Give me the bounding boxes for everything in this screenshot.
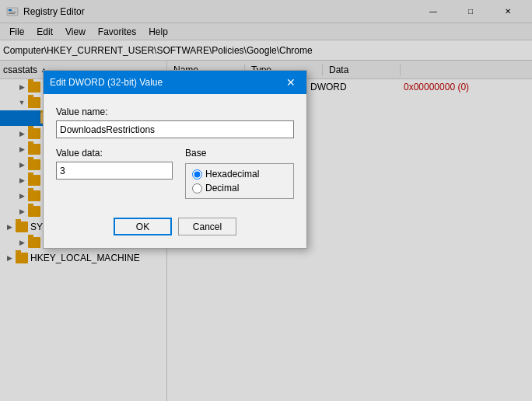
dialog-buttons: OK Cancel [56,211,294,235]
value-data-input[interactable] [56,162,173,180]
modal-overlay: Edit DWORD (32-bit) Value ✕ Value name: … [0,0,532,401]
base-title: Base [185,148,294,159]
cancel-button[interactable]: Cancel [178,218,236,235]
dialog-title: Edit DWORD (32-bit) Value [50,77,163,88]
hexadecimal-label: Hexadecimal [205,169,259,180]
dialog-row: Value data: Base Hexadecimal Decimal [56,148,294,199]
radio-group: Hexadecimal Decimal [185,163,294,199]
value-data-section: Value data: [56,148,173,199]
decimal-radio[interactable] [192,183,202,194]
decimal-option[interactable]: Decimal [192,183,287,194]
ok-button[interactable]: OK [114,218,172,235]
edit-dword-dialog: Edit DWORD (32-bit) Value ✕ Value name: … [43,70,307,249]
hexadecimal-radio[interactable] [192,169,202,180]
base-section: Base Hexadecimal Decimal [185,148,294,199]
hexadecimal-option[interactable]: Hexadecimal [192,169,287,180]
value-name-input[interactable] [56,120,294,138]
dialog-close-button[interactable]: ✕ [282,73,300,92]
dialog-body: Value name: Value data: Base Hexadecimal [44,94,306,248]
decimal-label: Decimal [205,183,239,194]
value-data-label: Value data: [56,148,173,159]
value-name-label: Value name: [56,106,294,117]
dialog-title-bar: Edit DWORD (32-bit) Value ✕ [44,71,306,94]
